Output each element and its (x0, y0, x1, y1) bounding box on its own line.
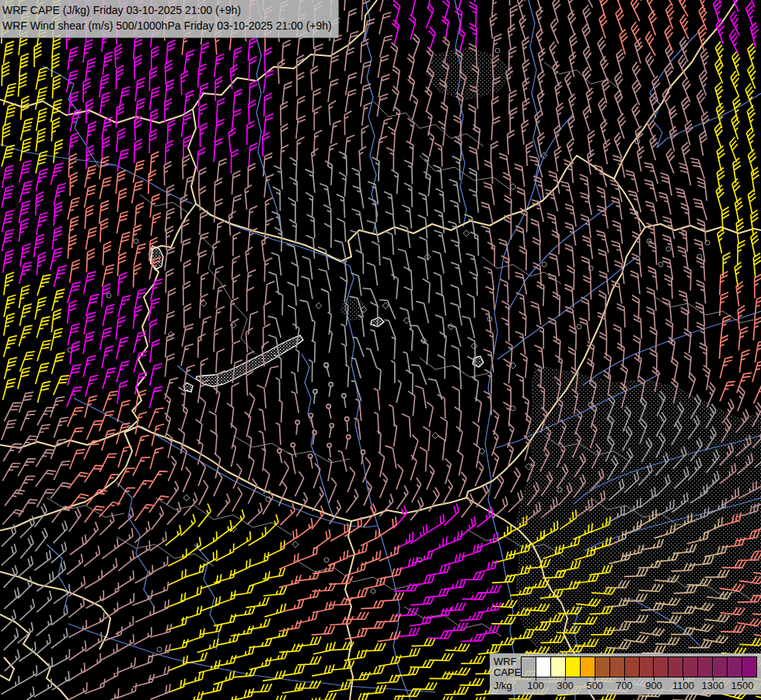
calm-wind-marker (313, 390, 317, 394)
calm-wind-marker (309, 414, 312, 418)
calm-wind-marker (361, 450, 365, 454)
legend-cell (625, 656, 640, 677)
legend-cell (742, 656, 757, 677)
legend-cell (640, 656, 655, 677)
calm-wind-marker (347, 435, 351, 439)
cape-legend: WRF CAPE J/kg 10030050070090011001300150… (490, 653, 761, 695)
calm-wind-marker (278, 449, 281, 453)
wind-barbs (2, 152, 727, 700)
map-title-box: WRF CAPE (J/kg) Friday 03-10-2025 21:00 … (0, 0, 339, 38)
calm-wind-marker (291, 443, 295, 447)
wrf-weather-map: WRF CAPE (J/kg) Friday 03-10-2025 21:00 … (0, 0, 761, 700)
calm-wind-marker (295, 420, 299, 424)
legend-cell (536, 656, 551, 677)
wind-barb-layer (0, 0, 761, 700)
calm-wind-marker (309, 454, 312, 458)
legend-cell (698, 656, 713, 677)
legend-cell (566, 656, 581, 677)
calm-wind-marker (324, 363, 328, 367)
calm-wind-marker (327, 443, 331, 447)
calm-wind-marker (342, 394, 346, 397)
legend-cell (683, 656, 698, 677)
calm-wind-marker (326, 404, 330, 408)
calm-wind-marker (329, 383, 333, 387)
title-line-cape: WRF CAPE (J/kg) Friday 03-10-2025 21:00 … (2, 2, 332, 18)
legend-colorbar (521, 656, 757, 677)
legend-tick-label: 300 (557, 680, 574, 691)
legend-cell (668, 656, 683, 677)
calm-wind-marker (312, 430, 316, 434)
legend-cell (595, 656, 610, 677)
wind-barb-group (2, 152, 727, 700)
title-line-shear: WRF Wind shear (m/s) 500/1000hPa Friday … (2, 18, 332, 33)
legend-unit-label: J/kg (494, 680, 512, 691)
legend-tick-label: 1500 (731, 680, 754, 691)
legend-tick-label: 500 (586, 680, 603, 691)
legend-cell (551, 656, 566, 677)
legend-cell (728, 656, 742, 677)
legend-cell (654, 656, 668, 677)
legend-cell (610, 656, 625, 677)
legend-tick-label: 100 (527, 680, 544, 691)
calm-wind-marker (330, 424, 333, 428)
legend-cell (713, 656, 728, 677)
legend-tick-label: 700 (616, 680, 633, 691)
legend-model-label: WRF (494, 656, 517, 667)
legend-field-label: CAPE (494, 667, 521, 678)
legend-tick-label: 1300 (702, 680, 724, 691)
legend-cell (581, 656, 595, 677)
legend-cell (521, 656, 536, 677)
legend-tick-label: 900 (645, 680, 662, 691)
legend-tick-label: 1100 (672, 680, 694, 691)
calm-wind-marker (345, 417, 349, 421)
